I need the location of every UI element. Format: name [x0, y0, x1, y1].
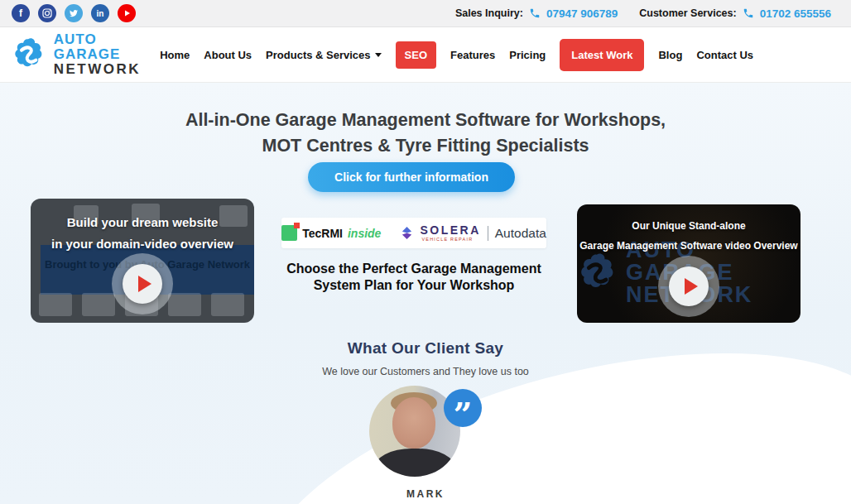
client-photo-detail: [392, 397, 435, 449]
client-name: MARK: [0, 488, 851, 500]
nav-item-seo[interactable]: SEO: [396, 41, 436, 69]
solera-tagline: Vehicle Repair: [421, 238, 473, 242]
video-caption-line1: Our Unique Stand-alone: [577, 216, 801, 236]
tecrmi-logo: TecRMI inside: [281, 225, 381, 241]
customer-services-group: Customer Services: 01702 655556: [639, 7, 831, 20]
solera-name: SOLERA: [420, 224, 480, 236]
main-content: All-in-One Garage Management Software fo…: [0, 83, 851, 504]
gms-overview-video[interactable]: AUTO GARAGE NETWORK Our Unique Stand-alo…: [577, 204, 801, 323]
testimonial-item: ”: [369, 386, 460, 478]
tecrmi-logo-icon: [281, 225, 297, 241]
solera-autodata-logo: SOLERA Vehicle Repair Autodata: [401, 224, 546, 242]
topbar: f in Sales Inquiry: 079: [0, 0, 851, 27]
video-caption-line1: Build your dream website: [31, 212, 254, 233]
sales-phone-link[interactable]: 07947 906789: [546, 7, 618, 20]
center-column: TecRMI inside SOLERA Vehicle Repair Auto…: [281, 218, 546, 294]
navbar: AUTO GARAGE NETWORK Home About Us Produc…: [0, 27, 851, 83]
nav-products-label: Products & Services: [266, 49, 370, 61]
testimonials-heading: What Our Client Say: [0, 339, 851, 358]
chevron-down-icon: [375, 53, 382, 57]
customer-services-label: Customer Services:: [639, 7, 736, 19]
video-caption-line2: in your domain-video overview: [31, 233, 254, 255]
solera-logo-icon: [401, 226, 413, 240]
auto-garage-network-homepage: f in Sales Inquiry: 079: [0, 0, 851, 504]
hero-title: All-in-One Garage Management Software fo…: [0, 108, 851, 159]
tecrmi-name: TecRMI: [302, 227, 343, 240]
nav-item-products-services[interactable]: Products & Services: [266, 49, 381, 61]
ui-tile-decor: [82, 293, 115, 316]
client-photo-detail: [374, 449, 455, 477]
plans-heading: Choose the Perfect Garage Management Sys…: [281, 261, 546, 294]
nav-menu: Home About Us Products & Services SEO Fe…: [160, 39, 753, 71]
topbar-contact: Sales Inquiry: 07947 906789 Customer Ser…: [455, 7, 839, 20]
website-overview-video[interactable]: Brought to you by Auto Garage Network Bu…: [31, 199, 254, 323]
play-button[interactable]: [112, 253, 173, 314]
solera-autodata-divider: [488, 226, 488, 241]
hero-title-line1: All-in-One Garage Management Software fo…: [0, 108, 851, 133]
video-caption: Build your dream website in your domain-…: [31, 212, 254, 254]
brand-text: AUTO GARAGE NETWORK: [54, 32, 160, 77]
twitter-icon[interactable]: [65, 4, 83, 22]
nav-item-home[interactable]: Home: [160, 49, 190, 61]
nav-item-about-us[interactable]: About Us: [204, 49, 252, 61]
video-caption: Our Unique Stand-alone Garage Management…: [577, 216, 801, 256]
solera-text-block: SOLERA Vehicle Repair: [420, 224, 480, 242]
hero-title-line2: MOT Centres & Tyre Fitting Specialists: [0, 133, 851, 159]
nav-item-pricing[interactable]: Pricing: [509, 49, 546, 61]
play-button[interactable]: [658, 256, 719, 317]
nav-item-latest-work[interactable]: Latest Work: [560, 39, 644, 71]
nav-item-contact-us[interactable]: Contact Us: [696, 49, 753, 61]
testimonials-subheading: We love our Customers and They love us t…: [0, 366, 851, 377]
wave-background-shape: [224, 293, 851, 504]
sales-inquiry-label: Sales Inquiry:: [455, 7, 523, 19]
phone-icon: [529, 7, 541, 19]
watermark-logo-icon: [577, 251, 619, 295]
customer-phone-link[interactable]: 01702 655556: [760, 7, 831, 20]
play-icon: [685, 278, 698, 295]
phone-icon: [743, 7, 754, 19]
linkedin-icon[interactable]: in: [91, 4, 109, 22]
quote-icon: ”: [444, 389, 482, 427]
nav-item-blog[interactable]: Blog: [658, 49, 682, 61]
ui-tile-decor: [168, 293, 201, 316]
autodata-name: Autodata: [495, 226, 546, 241]
partner-logos: TecRMI inside SOLERA Vehicle Repair Auto…: [281, 218, 546, 248]
auto-garage-network-logo-icon: [12, 36, 47, 74]
play-icon: [138, 276, 151, 292]
tecrmi-inside-label: inside: [348, 227, 381, 240]
brand-logo[interactable]: AUTO GARAGE NETWORK: [12, 32, 160, 77]
facebook-icon[interactable]: f: [12, 4, 30, 22]
sales-inquiry-group: Sales Inquiry: 07947 906789: [455, 7, 618, 20]
further-information-button[interactable]: Click for further information: [308, 162, 515, 192]
brand-line2: NETWORK: [54, 62, 160, 77]
play-button-inner: [669, 266, 709, 306]
play-button-inner: [123, 264, 162, 304]
nav-item-features[interactable]: Features: [450, 49, 495, 61]
ui-tile-decor: [39, 293, 72, 316]
youtube-icon[interactable]: [118, 4, 136, 22]
instagram-icon[interactable]: [38, 4, 56, 22]
video-caption-line2: Garage Management Software video Overvie…: [577, 236, 801, 256]
brand-line1: AUTO GARAGE: [54, 32, 160, 62]
social-links: f in: [12, 4, 136, 22]
ui-tile-decor: [211, 293, 244, 316]
